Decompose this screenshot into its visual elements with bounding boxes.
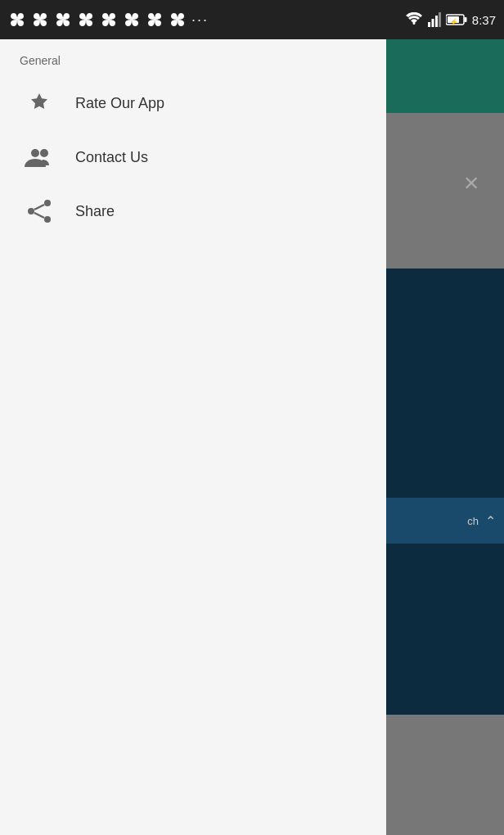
pinwheel-icon-4: [77, 11, 95, 29]
pinwheel-icon-8: [169, 11, 187, 29]
more-apps-icon: ···: [191, 11, 209, 29]
wifi-icon: [405, 12, 423, 27]
svg-point-9: [40, 149, 48, 157]
drawer-item-rate-our-app[interactable]: Rate Our App: [0, 75, 386, 131]
pinwheel-icon-7: [146, 11, 164, 29]
bg-close-button[interactable]: ×: [451, 162, 492, 203]
star-icon: [20, 90, 59, 116]
svg-line-14: [34, 213, 44, 218]
people-icon: [20, 146, 59, 169]
bg-search-bar: ch ⌃: [385, 498, 504, 544]
share-icon: [20, 198, 59, 224]
navigation-drawer: General Rate Our App Contact Us: [0, 39, 386, 835]
drawer-item-share[interactable]: Share: [0, 183, 386, 239]
pinwheel-icon-1: [8, 11, 26, 29]
bg-dark-panel: ch ⌃: [385, 269, 504, 715]
rate-our-app-label: Rate Our App: [75, 95, 164, 112]
battery-icon: ⚡: [446, 13, 467, 26]
svg-point-12: [44, 216, 51, 223]
pinwheel-icon-5: [100, 11, 118, 29]
pinwheel-icon-3: [54, 11, 72, 29]
svg-rect-3: [439, 12, 441, 27]
drawer-section-general: General: [0, 39, 386, 75]
svg-line-13: [34, 205, 44, 210]
svg-point-11: [28, 208, 34, 214]
svg-rect-5: [464, 17, 466, 22]
svg-point-10: [44, 200, 51, 206]
bg-teal-header: [385, 39, 504, 113]
status-bar-icons: ···: [8, 11, 209, 29]
bg-chevron-icon: ⌃: [485, 513, 496, 529]
pinwheel-icon-2: [31, 11, 49, 29]
pinwheel-icon-6: [123, 11, 141, 29]
svg-rect-2: [435, 16, 438, 27]
time-display: 8:37: [472, 13, 496, 27]
share-label: Share: [75, 203, 115, 220]
status-bar-right: ⚡ 8:37: [405, 12, 496, 27]
signal-icon: [428, 12, 441, 27]
svg-rect-1: [431, 19, 434, 27]
drawer-item-contact-us[interactable]: Contact Us: [0, 131, 386, 183]
svg-text:⚡: ⚡: [450, 17, 458, 25]
svg-rect-0: [428, 22, 430, 27]
status-bar: ··· ⚡ 8:37: [0, 0, 504, 39]
svg-point-8: [31, 149, 39, 157]
contact-us-label: Contact Us: [75, 149, 148, 166]
bg-search-text: ch: [467, 515, 479, 527]
